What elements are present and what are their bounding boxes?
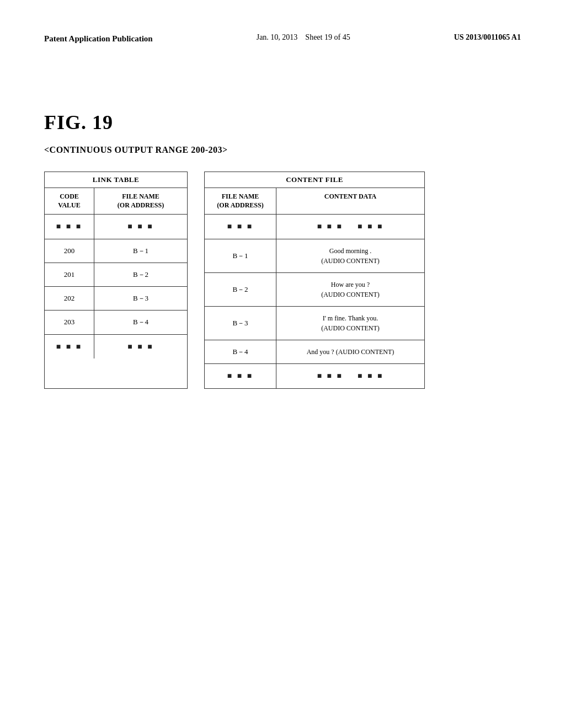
figure-title: FIG. 19 bbox=[44, 111, 521, 134]
publication-date: Jan. 10, 2013 Sheet 19 of 45 bbox=[257, 33, 350, 42]
code-value: 203 bbox=[64, 317, 75, 327]
code-value: 200 bbox=[64, 246, 75, 256]
figure-subtitle: <CONTINUOUS OUTPUT RANGE 200-203> bbox=[44, 145, 521, 155]
publication-label: Patent Application Publication bbox=[44, 33, 153, 45]
dots-icon: ■ ■ ■ ■ ■ ■ bbox=[317, 221, 384, 232]
sheet-text: Sheet 19 of 45 bbox=[305, 33, 350, 41]
cf-cell-filename-dots1: ■ ■ ■ bbox=[205, 215, 276, 239]
cell-code-dots1: ■ ■ ■ bbox=[45, 215, 94, 239]
cf-cell-content-dots1: ■ ■ ■ ■ ■ ■ bbox=[276, 215, 424, 239]
table-row: B－3 I' m fine. Thank you.(AUDIO CONTENT) bbox=[205, 307, 424, 340]
cell-code-200: 200 bbox=[45, 239, 94, 263]
cf-filename-value: B－2 bbox=[232, 285, 248, 295]
dots-icon: ■ ■ ■ bbox=[227, 371, 253, 382]
filename-value: B－4 bbox=[133, 317, 148, 327]
cell-code-202: 202 bbox=[45, 287, 94, 310]
cell-filename-201: B－2 bbox=[94, 263, 187, 286]
page-header: Patent Application Publication Jan. 10, … bbox=[44, 33, 521, 45]
link-col-code-header: CODEVALUE bbox=[45, 188, 94, 214]
cf-cell-content-b2: How are you ?(AUDIO CONTENT) bbox=[276, 273, 424, 306]
table-row: B－4 And you ? (AUDIO CONTENT) bbox=[205, 340, 424, 364]
filename-value: B－1 bbox=[133, 246, 148, 256]
code-value: 202 bbox=[64, 293, 75, 303]
link-table-title: LINK TABLE bbox=[45, 172, 187, 188]
content-file-header: FILE NAME(OR ADDRESS) CONTENT DATA bbox=[205, 188, 424, 215]
cell-code-dots2: ■ ■ ■ bbox=[45, 335, 94, 359]
content-data: I' m fine. Thank you.(AUDIO CONTENT) bbox=[321, 313, 380, 333]
dots-icon: ■ ■ ■ bbox=[56, 341, 82, 352]
cell-code-201: 201 bbox=[45, 263, 94, 286]
table-row: 201 B－2 bbox=[45, 263, 187, 287]
content-file-table: CONTENT FILE FILE NAME(OR ADDRESS) CONTE… bbox=[204, 172, 425, 389]
table-row: ■ ■ ■ ■ ■ ■ bbox=[45, 335, 187, 359]
table-row: B－1 Good morning .(AUDIO CONTENT) bbox=[205, 239, 424, 273]
content-col-data-header: CONTENT DATA bbox=[276, 188, 424, 214]
content-data: And you ? (AUDIO CONTENT) bbox=[307, 347, 395, 357]
cf-cell-content-b3: I' m fine. Thank you.(AUDIO CONTENT) bbox=[276, 307, 424, 340]
filename-value: B－3 bbox=[133, 293, 148, 303]
code-value: 201 bbox=[64, 270, 75, 280]
cell-filename-202: B－3 bbox=[94, 287, 187, 310]
link-table-header: CODEVALUE FILE NAME(OR ADDRESS) bbox=[45, 188, 187, 215]
content-data: How are you ?(AUDIO CONTENT) bbox=[321, 280, 380, 299]
cf-cell-content-dots2: ■ ■ ■ ■ ■ ■ bbox=[276, 364, 424, 388]
table-row: B－2 How are you ?(AUDIO CONTENT) bbox=[205, 273, 424, 307]
table-row: 200 B－1 bbox=[45, 239, 187, 263]
table-row: 203 B－4 bbox=[45, 311, 187, 334]
dots-icon: ■ ■ ■ bbox=[227, 221, 253, 232]
cell-filename-200: B－1 bbox=[94, 239, 187, 263]
cell-code-203: 203 bbox=[45, 311, 94, 334]
dots-icon: ■ ■ ■ bbox=[127, 221, 153, 232]
page: Patent Application Publication Jan. 10, … bbox=[0, 0, 565, 728]
cf-cell-filename-dots2: ■ ■ ■ bbox=[205, 364, 276, 388]
content-data: Good morning .(AUDIO CONTENT) bbox=[321, 246, 380, 266]
dots-icon: ■ ■ ■ bbox=[127, 341, 153, 352]
table-row: ■ ■ ■ ■ ■ ■ bbox=[45, 215, 187, 239]
cf-filename-value: B－4 bbox=[232, 347, 248, 357]
cf-filename-value: B－3 bbox=[232, 318, 248, 328]
tables-container: LINK TABLE CODEVALUE FILE NAME(OR ADDRES… bbox=[44, 172, 521, 389]
patent-number: US 2013/0011065 A1 bbox=[454, 33, 521, 42]
date-text: Jan. 10, 2013 bbox=[257, 33, 298, 41]
dots-icon: ■ ■ ■ ■ ■ ■ bbox=[317, 371, 384, 382]
content-file-table-title: CONTENT FILE bbox=[205, 172, 424, 188]
filename-value: B－2 bbox=[133, 270, 148, 280]
cf-cell-filename-b2: B－2 bbox=[205, 273, 276, 306]
cell-filename-203: B－4 bbox=[94, 311, 187, 334]
table-row: ■ ■ ■ ■ ■ ■ ■ ■ ■ bbox=[205, 364, 424, 388]
content-col-filename-header: FILE NAME(OR ADDRESS) bbox=[205, 188, 276, 214]
table-row: ■ ■ ■ ■ ■ ■ ■ ■ ■ bbox=[205, 215, 424, 239]
table-row: 202 B－3 bbox=[45, 287, 187, 311]
cell-filename-dots2: ■ ■ ■ bbox=[94, 335, 187, 359]
cf-cell-content-b4: And you ? (AUDIO CONTENT) bbox=[276, 340, 424, 363]
cf-cell-filename-b3: B－3 bbox=[205, 307, 276, 340]
link-table: LINK TABLE CODEVALUE FILE NAME(OR ADDRES… bbox=[44, 172, 188, 389]
cf-cell-content-b1: Good morning .(AUDIO CONTENT) bbox=[276, 239, 424, 272]
cf-filename-value: B－1 bbox=[232, 251, 248, 261]
dots-icon: ■ ■ ■ bbox=[56, 221, 82, 232]
cf-cell-filename-b4: B－4 bbox=[205, 340, 276, 363]
link-col-filename-header: FILE NAME(OR ADDRESS) bbox=[94, 188, 187, 214]
cell-filename-dots1: ■ ■ ■ bbox=[94, 215, 187, 239]
cf-cell-filename-b1: B－1 bbox=[205, 239, 276, 272]
